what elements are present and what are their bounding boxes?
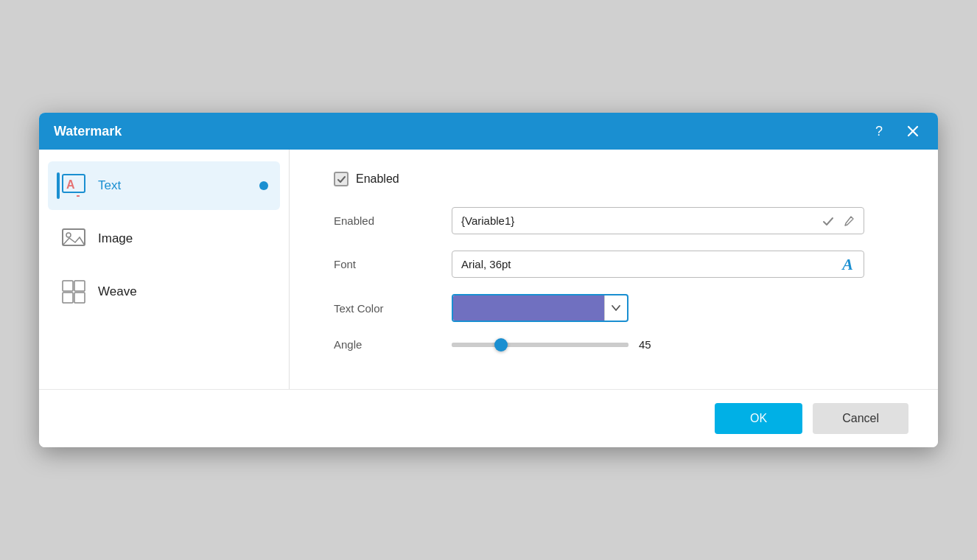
text-color-control [452, 294, 864, 322]
angle-slider-fill [452, 343, 628, 347]
svg-text:A: A [66, 178, 75, 191]
color-dropdown-arrow-icon [604, 295, 627, 321]
slider-row: 45 [452, 338, 864, 351]
enabled-field-label: Enabled [334, 214, 452, 227]
angle-label: Angle [334, 338, 452, 351]
svg-rect-5 [63, 229, 85, 245]
ok-button[interactable]: OK [715, 403, 802, 434]
font-input-wrapper[interactable]: Arial, 36pt A [452, 251, 864, 278]
check-action-button[interactable] [821, 214, 836, 228]
enabled-input-actions [813, 214, 864, 228]
dialog-body: A Text Image [39, 150, 938, 389]
color-swatch [453, 295, 604, 321]
close-button[interactable] [903, 121, 923, 141]
text-icon: A [60, 172, 88, 200]
text-color-row: Text Color [334, 294, 894, 322]
enabled-input[interactable] [452, 208, 813, 234]
sidebar: A Text Image [39, 150, 290, 389]
svg-rect-9 [63, 293, 73, 303]
weave-icon [60, 278, 88, 306]
angle-value-display: 45 [639, 338, 661, 351]
edit-action-button[interactable] [841, 214, 856, 228]
sidebar-item-image[interactable]: Image [48, 214, 280, 263]
color-dropdown[interactable] [452, 294, 628, 322]
angle-row: Angle 45 [334, 338, 894, 351]
dialog-title: Watermark [54, 124, 122, 139]
angle-slider-thumb[interactable] [494, 338, 508, 351]
svg-point-6 [66, 233, 71, 237]
title-bar: Watermark ? [39, 113, 938, 150]
active-dot [259, 181, 268, 190]
font-selector-button[interactable]: A [832, 255, 864, 274]
text-color-label: Text Color [334, 302, 452, 315]
sidebar-item-text[interactable]: A Text [48, 161, 280, 210]
enabled-field-row: Enabled [334, 207, 894, 234]
sidebar-image-label: Image [98, 231, 268, 246]
cancel-button[interactable]: Cancel [813, 403, 908, 434]
enabled-top-row: Enabled [334, 172, 894, 186]
font-value-display: Arial, 36pt [452, 251, 832, 277]
help-button[interactable]: ? [869, 121, 889, 141]
enabled-field-control [452, 207, 864, 234]
enabled-top-label: Enabled [356, 172, 399, 186]
svg-rect-8 [74, 281, 85, 291]
title-bar-actions: ? [869, 121, 923, 141]
svg-rect-10 [74, 293, 85, 303]
image-icon [60, 225, 88, 253]
enabled-checkbox[interactable] [334, 172, 349, 186]
active-bar-indicator [57, 172, 60, 199]
font-label: Font [334, 258, 452, 270]
angle-control: 45 [452, 338, 864, 351]
main-content: Enabled Enabled [290, 150, 938, 389]
font-field-control: Arial, 36pt A [452, 251, 864, 278]
enabled-input-wrapper [452, 207, 864, 234]
dialog-footer: OK Cancel [39, 389, 938, 447]
sidebar-text-label: Text [98, 178, 249, 193]
font-field-row: Font Arial, 36pt A [334, 251, 894, 278]
svg-rect-7 [63, 281, 73, 291]
angle-slider-track[interactable] [452, 343, 628, 347]
sidebar-item-weave[interactable]: Weave [48, 267, 280, 316]
watermark-dialog: Watermark ? A [39, 113, 938, 447]
sidebar-weave-label: Weave [98, 284, 268, 299]
